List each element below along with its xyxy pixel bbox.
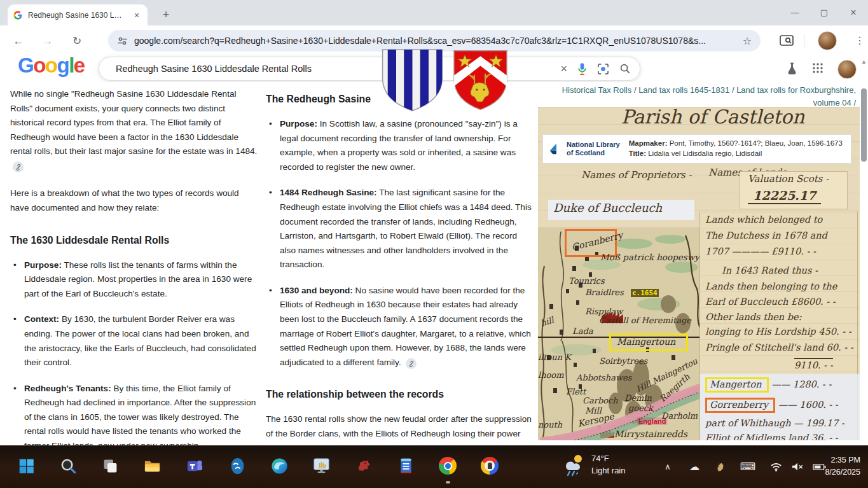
search-submit-icon[interactable] bbox=[619, 63, 631, 74]
breakdown-paragraph: Here is a breakdown of what the two type… bbox=[10, 186, 258, 215]
google-chrome-icon[interactable] bbox=[437, 455, 458, 477]
ledger-row: Lands which belonged to bbox=[705, 214, 822, 225]
file-explorer-icon[interactable] bbox=[141, 455, 163, 477]
ledger-row: The Dutchess in 1678 and bbox=[705, 230, 827, 241]
account-avatar[interactable] bbox=[837, 60, 857, 79]
england-label: England bbox=[637, 417, 667, 425]
search-box[interactable]: Redheugh Sasine 1630 Liddesdale Rental R… bbox=[99, 57, 640, 81]
reload-button[interactable]: ↻ bbox=[69, 33, 85, 50]
bullet-tenants: Redheugh's Tenants: By this time, the El… bbox=[10, 382, 258, 454]
ai-overview-middle-column: The Redheugh Sasine Purpose: In Scottish… bbox=[266, 87, 534, 488]
hand-tool-tray-icon[interactable] bbox=[712, 461, 731, 473]
browser-tab[interactable]: Redheugh Sasine 1630 Lidde × bbox=[8, 4, 148, 25]
start-button[interactable] bbox=[15, 455, 37, 477]
map-label: Abbotshawes bbox=[576, 373, 631, 382]
openoffice-icon[interactable] bbox=[226, 455, 248, 477]
map-label: Soirbytrees bbox=[599, 356, 647, 366]
logo-letter: e bbox=[74, 53, 85, 77]
new-tab-button[interactable]: + bbox=[158, 6, 174, 23]
tab-close-icon[interactable]: × bbox=[131, 10, 142, 21]
hidden-icons-chevron[interactable]: ∧ bbox=[658, 462, 677, 471]
clock-date: 8/26/2025 bbox=[825, 466, 860, 478]
window-close-button[interactable]: × bbox=[839, 0, 868, 25]
chrome-active-indicator bbox=[446, 481, 450, 484]
notepad-app-icon[interactable] bbox=[395, 455, 417, 477]
taskbar-weather-widget[interactable]: 74°F Light rain bbox=[561, 452, 625, 478]
ledger-row-mangerton: Mangerton —— 1280. - - bbox=[705, 377, 831, 393]
taskbar-search-icon[interactable] bbox=[57, 455, 79, 477]
wifi-icon[interactable] bbox=[766, 462, 785, 472]
map-label: Flett bbox=[566, 387, 586, 396]
privacy-browser-icon[interactable] bbox=[479, 455, 500, 477]
ledger-row-whithaugh: part of Whithaugh — 199.17 - bbox=[705, 418, 844, 428]
column-proprietors: Names of Proprietors - bbox=[581, 169, 692, 181]
blaeu-map-image[interactable]: Goranberry Moß patrick hoopeswyne Tounri… bbox=[538, 228, 702, 440]
back-button[interactable]: ← bbox=[10, 33, 27, 50]
google-apps-grid-icon[interactable] bbox=[812, 62, 823, 76]
scrollbar-up-arrow-icon[interactable]: ▲ bbox=[861, 59, 867, 65]
source-link-icon[interactable] bbox=[13, 162, 24, 172]
maximize-button[interactable]: ▢ bbox=[809, 0, 839, 25]
labs-flask-icon[interactable] bbox=[786, 62, 798, 78]
browser-profile-avatar[interactable] bbox=[818, 31, 837, 50]
page-scrollbar-thumb[interactable] bbox=[861, 88, 867, 162]
bookmark-star-icon[interactable]: ☆ bbox=[743, 35, 752, 47]
bullet-label: 1630 and beyond: bbox=[280, 286, 353, 295]
stag-chevron-shield-image[interactable] bbox=[450, 49, 511, 114]
gorrenberry-name: Gorrenberry bbox=[710, 400, 768, 410]
red-dragon-app-icon[interactable] bbox=[352, 455, 374, 477]
tax-roll-scan[interactable]: Parish of Castleton National Library of … bbox=[538, 107, 860, 228]
side-panel-icon[interactable] bbox=[780, 34, 794, 50]
bullet-1484-sasine: 1484 Redheugh Sasine: The last significa… bbox=[266, 186, 534, 272]
map-label: Castell of Heremitage bbox=[599, 316, 691, 325]
bullet-purpose: Purpose: These rolls list the tenants of… bbox=[10, 258, 258, 302]
map-label: iltoun K bbox=[538, 352, 571, 362]
bullet-sasine-purpose: Purpose: In Scottish law, a sasine (pron… bbox=[266, 117, 534, 174]
logo-letter: g bbox=[57, 53, 69, 77]
nls-logo-icon bbox=[548, 141, 563, 157]
microsoft-edge-icon[interactable] bbox=[268, 455, 290, 477]
url-text[interactable]: google.com/search?q=Redheugh+Sasine+1630… bbox=[134, 36, 738, 46]
bullet-label: Context: bbox=[24, 314, 59, 324]
source-link-icon[interactable] bbox=[406, 358, 417, 369]
onedrive-cloud-icon[interactable]: ☁ bbox=[685, 461, 704, 473]
historical-documents-image[interactable]: Parish of Castleton National Library of … bbox=[538, 107, 860, 440]
valuation-total: 12225.17 bbox=[748, 188, 821, 204]
touch-keyboard-icon[interactable]: ⌨ bbox=[738, 460, 757, 473]
google-lens-icon[interactable] bbox=[597, 63, 609, 75]
remote-pointer-app-icon[interactable] bbox=[310, 455, 332, 477]
map-date-label: c.1654 bbox=[631, 289, 659, 297]
bullet-text: By 1630, the turbulent Border Reiver era… bbox=[24, 314, 256, 367]
elliot-paly-shield-image[interactable] bbox=[380, 48, 445, 115]
weather-temp: 74°F bbox=[591, 453, 625, 465]
minimize-button[interactable]: — bbox=[780, 0, 809, 25]
site-info-icon[interactable] bbox=[117, 36, 128, 46]
google-logo[interactable]: Google bbox=[18, 53, 85, 78]
clear-search-icon[interactable]: × bbox=[560, 62, 567, 76]
browser-menu-icon[interactable]: ⋮ bbox=[852, 33, 867, 48]
breadcrumb-link[interactable]: Historical Tax Rolls bbox=[562, 85, 632, 95]
intro-paragraph: While no single "Redheugh Sasine 1630 Li… bbox=[10, 87, 258, 173]
forward-button[interactable]: → bbox=[39, 33, 56, 50]
bullet-text: By this time, the Elliot family of Redhe… bbox=[24, 384, 256, 450]
task-view-icon[interactable] bbox=[99, 455, 121, 477]
weather-condition: Light rain bbox=[591, 465, 625, 477]
ledger-row: longing to His Lordship 450. - - bbox=[705, 326, 851, 337]
nls-name: National Library of Scotland bbox=[567, 141, 620, 157]
microsoft-teams-icon[interactable] bbox=[184, 455, 205, 477]
breadcrumb-link[interactable]: Land tax rolls for Roxburghshire, volume… bbox=[736, 85, 856, 108]
gorrenberry-highlight-box: Gorrenberry bbox=[705, 398, 775, 413]
tax-ledger-scan[interactable]: Lands which belonged to The Dutchess in … bbox=[699, 212, 860, 440]
ledger-subtotal: 9110. - - bbox=[794, 358, 833, 370]
ledger-row-gorrenberry: Gorrenberry —— 1600. - - bbox=[705, 398, 838, 413]
window-controls: — ▢ × bbox=[780, 0, 868, 25]
nls-caption-bar: National Library of Scotland Mapmaker: P… bbox=[543, 135, 851, 163]
map-label: lhoom bbox=[538, 370, 564, 380]
volume-muted-icon[interactable] bbox=[788, 462, 807, 471]
ledger-row: 1707 ———— £9110. - - bbox=[705, 246, 816, 256]
ai-overview-left-column: While no single "Redheugh Sasine 1630 Li… bbox=[10, 87, 258, 488]
breadcrumb-link[interactable]: Land tax rolls 1645-1831 bbox=[638, 85, 729, 95]
taskbar-clock[interactable]: 2:35 PM 8/26/2025 bbox=[825, 454, 860, 479]
map-label: Rispylaw bbox=[585, 307, 623, 316]
voice-search-icon[interactable] bbox=[577, 62, 587, 76]
